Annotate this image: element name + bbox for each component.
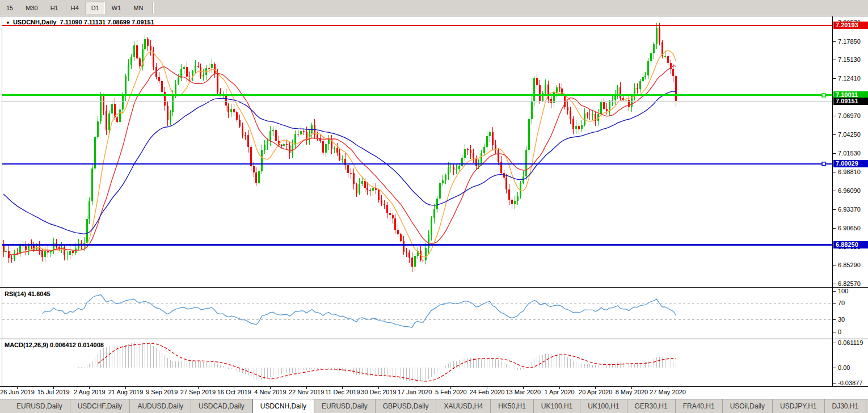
- date-tick-label: 13 Mar 2020: [505, 389, 541, 395]
- toolbar-separator: [153, 2, 154, 14]
- tab-dj30-h1[interactable]: DJ30,H1: [825, 399, 867, 413]
- tab-usdcad-daily[interactable]: USDCAD,Daily: [191, 399, 252, 413]
- timeframe-button-d1[interactable]: D1: [86, 2, 105, 14]
- date-tick-label: 9 Sep 2019: [146, 389, 178, 395]
- chart-title: ▼USDCNH,Daily 7.11090 7.11131 7.08699 7.…: [6, 19, 154, 26]
- price-tick-label: 7.06970: [838, 112, 861, 120]
- date-tick-label: 8 May 2020: [616, 389, 648, 395]
- chart-symbol-label: USDCNH,Daily: [13, 19, 56, 26]
- date-tick-label: 1 Apr 2020: [544, 389, 574, 395]
- price-tick-label: 7.12410: [838, 75, 861, 82]
- date-tick-label: 4 Nov 2019: [254, 389, 286, 395]
- price-badge-7.00029: 7.00029: [833, 160, 868, 167]
- tab-fra40-h1[interactable]: FRA40,H1: [676, 399, 723, 413]
- tab-gbpusd-daily[interactable]: GBPUSD,Daily: [376, 399, 437, 413]
- date-tick-label: 24 Feb 2020: [470, 389, 505, 395]
- macd-tick-label: 0.061119: [838, 339, 863, 347]
- price-tick-label: 6.93370: [838, 206, 861, 213]
- date-tick-label: 26 Jun 2019: [0, 389, 35, 395]
- price-tick-label: 6.98810: [838, 168, 861, 176]
- date-tick-label: 27 Sep 2019: [180, 389, 216, 395]
- price-tick-label: 6.96090: [838, 187, 861, 195]
- date-tick-label: 21 Aug 2019: [108, 389, 144, 395]
- symbol-tab-bar: EURUSD,DailyUSDCHF,DailyAUDUSD,DailyUSDC…: [0, 399, 868, 413]
- macd-tick-label: 0.00: [838, 364, 850, 372]
- line-handle[interactable]: [822, 94, 825, 97]
- rsi-tick-label: 0: [838, 328, 841, 336]
- rsi-tick-label: 100: [838, 288, 848, 295]
- rsi-tick-label: 70: [838, 300, 845, 307]
- timeframe-button-h4[interactable]: H4: [65, 2, 85, 14]
- tab-usdcnh-daily[interactable]: USDCNH,Daily: [252, 399, 314, 413]
- price-badge-7.20193: 7.20193: [833, 22, 868, 29]
- tab-eurusd-daily[interactable]: EURUSD,Daily: [9, 399, 70, 413]
- tab-ger30-h1[interactable]: GER30,H1: [627, 399, 676, 413]
- timeframe-button-h1[interactable]: H1: [45, 2, 64, 14]
- tab-usdjpy-h1[interactable]: USDJPY,H1: [773, 399, 824, 413]
- date-tick-label: 27 May 2020: [650, 389, 686, 395]
- tab-audusd-daily[interactable]: AUDUSD,Daily: [130, 399, 191, 413]
- price-tick-label: 7.15130: [838, 56, 861, 64]
- macd-pane-label: MACD(12,26,9) 0.006412 0.014008: [5, 342, 104, 348]
- tab-eurusd-daily[interactable]: EURUSD,Daily: [314, 399, 376, 413]
- price-tick-label: 7.04250: [838, 131, 861, 138]
- price-badge-6.88250: 6.88250: [833, 241, 868, 248]
- price-tick-label: 7.17850: [838, 38, 861, 45]
- date-tick-label: 22 Nov 2019: [289, 389, 324, 395]
- rsi-tick-label: 30: [838, 316, 845, 323]
- date-tick-label: 20 Apr 2020: [579, 389, 612, 395]
- tab-uk100-h1[interactable]: UK100,H1: [580, 399, 627, 413]
- date-tick-label: 30 Dec 2019: [361, 389, 396, 395]
- timeframe-button-15[interactable]: 15: [1, 2, 19, 14]
- date-tick-label: 17 Jan 2020: [398, 389, 432, 395]
- price-tick-label: 6.82570: [838, 280, 861, 288]
- tab-hk50-h1[interactable]: HK50,H1: [491, 399, 534, 413]
- date-tick-label: 5 Feb 2020: [435, 389, 467, 395]
- tab-usdchf-daily[interactable]: USDCHF,Daily: [70, 399, 130, 413]
- chevron-down-icon: ▼: [6, 20, 10, 26]
- price-tick-label: 6.90650: [838, 225, 861, 232]
- price-tick-label: 6.85290: [838, 262, 861, 269]
- chart-ohlc-values: 7.11090 7.11131 7.08699 7.09151: [60, 19, 154, 26]
- timeframe-button-mn[interactable]: MN: [128, 2, 149, 14]
- price-tick-label: 7.01530: [838, 150, 861, 157]
- macd-tick-label: -0.03877: [838, 380, 862, 387]
- date-tick-label: 15 Jul 2019: [37, 389, 70, 395]
- date-tick-label: 11 Dec 2019: [325, 389, 360, 395]
- timeframe-toolbar: 15M30H1H4D1W1MN: [0, 0, 868, 16]
- trading-terminal-window: 15M30H1H4D1W1MN ▼USDCNH,Daily 7.11090 7.…: [0, 0, 868, 413]
- date-tick-label: 16 Oct 2019: [217, 389, 251, 395]
- chart-canvas[interactable]: [0, 0, 868, 413]
- tab-uk100-h1[interactable]: UK100,H1: [534, 399, 580, 413]
- rsi-pane-label: RSI(14) 41.6045: [5, 290, 50, 297]
- price-badge-7.09151: 7.09151: [833, 98, 868, 105]
- timeframe-button-w1[interactable]: W1: [106, 2, 127, 14]
- tab-usoil-daily[interactable]: USOil,Daily: [723, 399, 773, 413]
- date-tick-label: 2 Aug 2019: [74, 389, 106, 395]
- timeframe-button-m30[interactable]: M30: [20, 2, 43, 14]
- line-handle[interactable]: [822, 162, 825, 166]
- tab-xauusd-h4[interactable]: XAUUSD,H4: [436, 399, 491, 413]
